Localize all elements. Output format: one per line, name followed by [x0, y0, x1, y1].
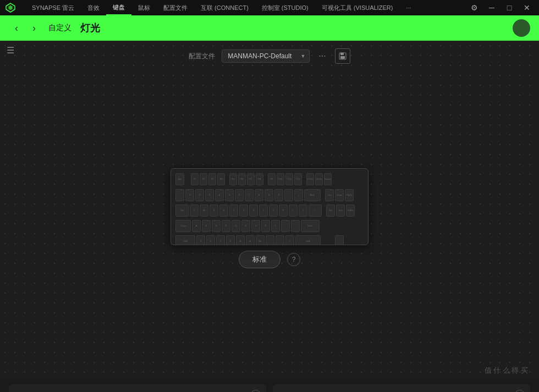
keyboard-props-panel: ? 键盘属性 打开 Windows 键盘属性	[273, 384, 530, 392]
save-profile-button[interactable]	[335, 48, 350, 64]
profile-select[interactable]: MANMAN-PC-Default	[222, 49, 310, 63]
bottom-controls: 标准 ?	[239, 251, 300, 268]
keyboard-props-info-button[interactable]: ?	[515, 390, 525, 392]
nav-links: SYNAPSE 雷云 音效 键盘 鼠标 配置文件 互联 (CONNECT) 控制…	[25, 0, 418, 15]
svg-rect-3	[340, 53, 344, 55]
title-bar: SYNAPSE 雷云 音效 键盘 鼠标 配置文件 互联 (CONNECT) 控制…	[0, 0, 539, 15]
nav-profile[interactable]: 配置文件	[157, 0, 194, 15]
nav-connect[interactable]: 互联 (CONNECT)	[194, 0, 255, 15]
game-mode-info-button[interactable]: ?	[251, 390, 261, 392]
header-bar: ‹ › 自定义 灯光	[0, 15, 539, 41]
nav-mouse[interactable]: 鼠标	[131, 0, 157, 15]
keyboard-container: Esc F1 F2 F3 F4 F5 F6 F7 F8 F9 F10	[170, 168, 369, 245]
help-button[interactable]: ?	[287, 253, 300, 266]
header-nav: ‹ ›	[9, 20, 42, 36]
minimize-button[interactable]: ─	[484, 2, 499, 14]
nav-more[interactable]: ···	[399, 0, 417, 15]
toolbar-more-button[interactable]: ···	[314, 49, 330, 63]
window-controls: ⚙ ─ □ ✕	[466, 2, 535, 14]
forward-button[interactable]: ›	[26, 20, 42, 36]
close-button[interactable]: ✕	[519, 2, 535, 14]
nav-visualizer[interactable]: 可视化工具 (VISUALIZER)	[315, 0, 400, 15]
save-icon	[339, 52, 346, 60]
nav-audio[interactable]: 音效	[81, 0, 106, 15]
svg-point-1	[519, 25, 524, 29]
title-bar-left: SYNAPSE 雷云 音效 键盘 鼠标 配置文件 互联 (CONNECT) 控制…	[4, 0, 418, 15]
razer-logo-icon	[4, 2, 16, 14]
back-button[interactable]: ‹	[9, 20, 24, 36]
watermark: 值 什 么 得 买	[485, 366, 528, 376]
page-title: 灯光	[80, 21, 100, 35]
keyboard-area: Esc F1 F2 F3 F4 F5 F6 F7 F8 F9 F10	[0, 68, 539, 379]
bottom-panels: ? 游戏模式 关闭 打开游戏模式时： 禁用 Windows 键 禁用 Alt +…	[0, 379, 539, 392]
svg-rect-4	[340, 56, 345, 59]
settings-button[interactable]: ⚙	[466, 2, 482, 14]
nav-studio[interactable]: 控制室 (STUDIO)	[255, 0, 315, 15]
standard-button[interactable]: 标准	[239, 251, 280, 268]
nav-synapse[interactable]: SYNAPSE 雷云	[25, 0, 81, 15]
profile-select-wrapper: MANMAN-PC-Default	[222, 49, 310, 63]
game-mode-panel: ? 游戏模式 关闭 打开游戏模式时： 禁用 Windows 键 禁用 Alt +…	[9, 384, 266, 392]
profile-label: 配置文件	[189, 52, 215, 61]
avatar[interactable]	[513, 19, 530, 37]
keyboard-image[interactable]: Esc F1 F2 F3 F4 F5 F6 F7 F8 F9 F10	[170, 168, 369, 245]
menu-button[interactable]: ☰	[0, 41, 21, 60]
breadcrumb: 自定义	[48, 23, 72, 33]
main-content: ☰ 配置文件 MANMAN-PC-Default ··· E	[0, 41, 539, 379]
nav-keyboard[interactable]: 键盘	[106, 0, 131, 15]
maximize-button[interactable]: □	[502, 2, 517, 14]
toolbar: 配置文件 MANMAN-PC-Default ···	[0, 41, 539, 68]
